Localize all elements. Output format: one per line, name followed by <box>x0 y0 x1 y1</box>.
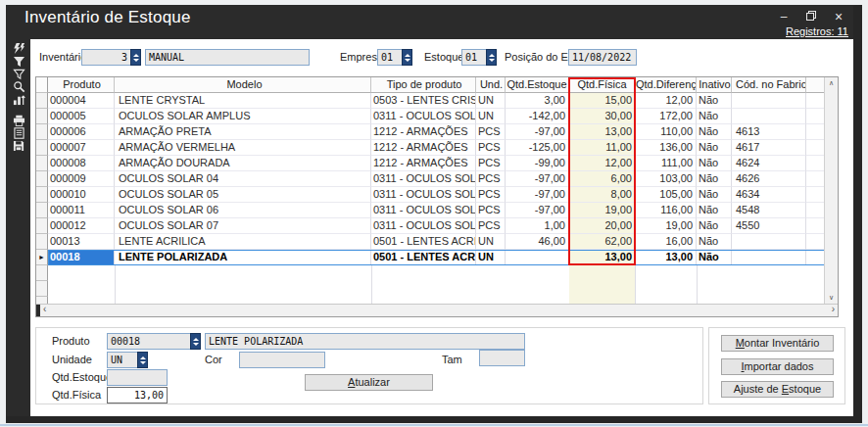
cell-modelo[interactable]: LENTE POLARIZADA <box>115 250 371 265</box>
cell-inativo[interactable]: Não <box>697 203 732 218</box>
table-row[interactable]: 000007ARMAÇÃO VERMELHA1212 - ARMAÇÕESPCS… <box>36 140 838 156</box>
cell-qtd_estoque[interactable]: 3,00 <box>506 93 569 109</box>
cell-modelo[interactable]: ARMAÇÃO DOURADA <box>115 156 371 171</box>
cell-produto[interactable]: 000010 <box>48 187 115 203</box>
cell-produto[interactable]: 000011 <box>48 203 115 218</box>
table-row[interactable]: 000009OCULOS SOLAR 040311 - OCULOS SOLAR… <box>36 171 838 187</box>
cell-modelo[interactable]: OCULOS SOLAR 06 <box>115 203 371 218</box>
cell-inativo[interactable]: Não <box>697 187 732 203</box>
table-row[interactable]: 000010OCULOS SOLAR 050311 - OCULOS SOLAR… <box>36 187 838 203</box>
row-indicator[interactable] <box>36 187 48 203</box>
cell-qtd_estoque[interactable]: 1,00 <box>506 218 569 234</box>
row-indicator[interactable] <box>36 140 48 156</box>
cell-cod_fabricante[interactable] <box>732 250 806 265</box>
header-tipo[interactable]: Tipo de produto <box>371 77 476 93</box>
cell-tipo[interactable]: 1212 - ARMAÇÕES <box>371 124 476 140</box>
cell-und[interactable]: UN <box>476 93 506 109</box>
cell-qtd_fisica[interactable]: 12,00 <box>569 156 636 171</box>
cell-und[interactable]: UN <box>476 234 506 250</box>
cell-tipo[interactable]: 1212 - ARMAÇÕES <box>371 156 476 171</box>
cell-inativo[interactable]: Não <box>697 218 732 234</box>
posicao-estoque-input[interactable]: 11/08/2022 <box>568 49 637 66</box>
cell-tipo[interactable]: 1212 - ARMAÇÕES <box>371 140 476 156</box>
cell-qtd_diferenca[interactable]: 136,00 <box>636 140 697 156</box>
cell-tipo[interactable]: 0311 - OCULOS SOLAR DIVER <box>371 187 476 203</box>
cell-tipo[interactable]: 0501 - LENTES ACRILICAS <box>371 250 476 265</box>
cell-inativo[interactable]: Não <box>697 109 732 124</box>
cell-cod_fabricante[interactable]: 4550 <box>732 218 806 234</box>
cell-cod_fabricante[interactable]: 4548 <box>732 203 806 218</box>
cell-filler[interactable] <box>806 124 826 140</box>
scroll-down-icon[interactable]: ∨ <box>825 294 838 302</box>
cell-tipo[interactable]: 0311 - OCULOS SOLAR DIVER <box>371 171 476 187</box>
table-row[interactable]: 000004LENTE CRYSTAL0503 - LENTES CRISTAL… <box>36 93 838 109</box>
cell-qtd_estoque[interactable]: -125,00 <box>506 140 569 156</box>
cell-inativo[interactable]: Não <box>697 93 732 109</box>
empresa-spinner[interactable] <box>402 49 412 66</box>
current-row-indicator[interactable]: ► <box>36 250 48 265</box>
cell-produto[interactable]: 000009 <box>48 171 115 187</box>
row-indicator[interactable] <box>36 203 48 218</box>
atualizar-button[interactable]: Atualizar <box>305 374 433 391</box>
row-indicator[interactable] <box>36 156 48 171</box>
registros-link[interactable]: Registros: 11 <box>786 25 848 37</box>
cell-inativo[interactable]: Não <box>697 234 732 250</box>
cell-filler[interactable] <box>806 218 826 234</box>
cell-inativo[interactable]: Não <box>697 156 732 171</box>
cell-tipo[interactable]: 0311 - OCULOS SOLAR DIVER <box>371 218 476 234</box>
cell-produto[interactable]: 000008 <box>48 156 115 171</box>
table-row[interactable]: 000005OCULOS SOLAR AMPLUS0311 - OCULOS S… <box>36 109 838 124</box>
cell-qtd_fisica[interactable]: 20,00 <box>569 218 636 234</box>
restore-button[interactable] <box>804 11 818 23</box>
cell-modelo[interactable]: OCULOS SOLAR 04 <box>115 171 371 187</box>
header-inativo[interactable]: Inativo <box>697 77 732 93</box>
cell-und[interactable]: UN <box>476 250 506 265</box>
cell-inativo[interactable]: Não <box>697 140 732 156</box>
cell-tipo[interactable]: 0501 - LENTES ACRILICAS <box>371 234 476 250</box>
header-produto[interactable]: Produto <box>48 77 115 93</box>
cell-cod_fabricante[interactable] <box>732 109 806 124</box>
scroll-up-icon[interactable]: ∧ <box>825 79 838 87</box>
cell-qtd_fisica[interactable]: 11,00 <box>569 140 636 156</box>
cell-qtd_diferenca[interactable]: 13,00 <box>636 250 697 265</box>
cell-inativo[interactable]: Não <box>697 124 732 140</box>
row-indicator[interactable] <box>36 93 48 109</box>
header-und[interactable]: Und. <box>476 77 506 93</box>
cell-inativo[interactable]: Não <box>697 171 732 187</box>
clear-filter-icon[interactable] <box>7 68 30 80</box>
filter-icon[interactable] <box>7 55 30 68</box>
cell-produto[interactable]: 000006 <box>48 124 115 140</box>
cell-qtd_diferenca[interactable]: 19,00 <box>636 218 697 234</box>
cell-und[interactable]: PCS <box>476 171 506 187</box>
refresh-icon[interactable] <box>7 42 30 55</box>
estoque-spinner[interactable] <box>486 49 497 66</box>
cell-cod_fabricante[interactable]: 4624 <box>732 156 806 171</box>
inventario-input[interactable]: 3 <box>81 49 131 66</box>
scroll-right-icon[interactable]: › <box>832 304 835 315</box>
cell-modelo[interactable]: ARMAÇÃO PRETA <box>115 124 371 140</box>
row-indicator[interactable] <box>36 171 48 187</box>
cell-qtd_fisica[interactable]: 62,00 <box>569 234 636 250</box>
cell-und[interactable]: PCS <box>476 218 506 234</box>
cell-cod_fabricante[interactable] <box>732 234 806 250</box>
row-indicator[interactable] <box>36 218 48 234</box>
importar-dados-button[interactable]: Importar dados <box>721 358 834 375</box>
save-icon[interactable] <box>7 139 30 152</box>
cell-und[interactable]: UN <box>476 109 506 124</box>
cell-qtd_diferenca[interactable]: 116,00 <box>636 203 697 218</box>
cell-tipo[interactable]: 0311 - OCULOS SOLAR DIVER <box>371 203 476 218</box>
header-qtd-fisica[interactable]: Qtd.Física <box>569 77 636 93</box>
cell-filler[interactable] <box>806 156 826 171</box>
table-row[interactable]: 00013LENTE ACRILICA0501 - LENTES ACRILIC… <box>36 234 838 250</box>
cell-und[interactable]: PCS <box>476 187 506 203</box>
cell-qtd_estoque[interactable]: -99,00 <box>506 156 569 171</box>
detail-unidade-input[interactable]: UN <box>107 352 138 368</box>
cell-qtd_diferenca[interactable]: 12,00 <box>636 93 697 109</box>
detail-qtd-estoque-input[interactable] <box>107 369 168 386</box>
cell-modelo[interactable]: OCULOS SOLAR AMPLUS <box>115 109 371 124</box>
detail-unidade-spinner[interactable] <box>137 352 148 368</box>
cell-und[interactable]: PCS <box>476 156 506 171</box>
cell-qtd_fisica[interactable]: 13,00 <box>569 250 636 265</box>
hscroll-thumb[interactable] <box>36 305 40 316</box>
cell-modelo[interactable]: LENTE CRYSTAL <box>115 93 371 109</box>
